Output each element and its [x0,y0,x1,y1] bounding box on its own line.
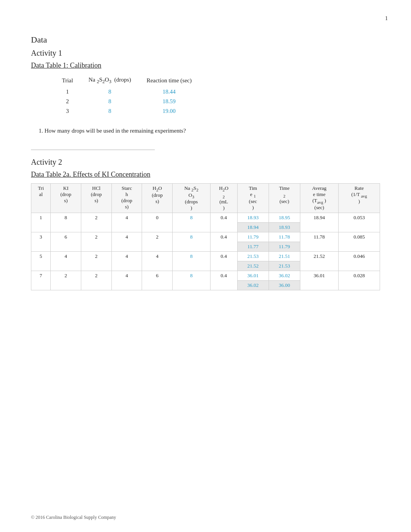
cell-h2o: 4 [142,252,173,271]
cell-ki: 6 [51,232,81,252]
col-time2: Time2(sec) [269,184,300,213]
cell-ki: 2 [51,271,81,290]
cell-hcl: 2 [81,271,111,290]
cell-h2o2: 0.4 [210,252,237,271]
col-trial2: Trial [31,184,51,213]
cell-time1: 21.52 [237,261,269,271]
table-row: 7 2 2 4 6 8 0.4 36.01 36.02 36.01 0.028 [31,271,380,281]
cell-hcl: 2 [81,232,111,252]
page-number: 1 [385,15,388,22]
question1: 1. How many drops will be used in the re… [39,128,380,134]
cell-hcl: 2 [81,213,111,232]
cell-time2: 11.79 [269,242,300,252]
data-heading: Data [31,35,380,45]
cell-time: 19.00 [139,106,200,116]
cell-time1: 36.01 [237,271,269,281]
table-row: 1 8 2 4 0 8 0.4 18.93 18.95 18.94 0.053 [31,213,380,223]
cell-tavg: 21.52 [300,252,338,271]
col-time1: Time 1(sec) [237,184,269,213]
col-ki: KI(drops) [51,184,81,213]
cell-tavg: 36.01 [300,271,338,290]
cell-trial: 3 [54,106,81,116]
cell-h2o: 2 [142,232,173,252]
cell-h2o2: 0.4 [210,271,237,290]
cell-time2: 21.51 [269,252,300,261]
cell-h2o: 0 [142,213,173,232]
cell-starch: 4 [111,271,142,290]
cell-time2: 18.95 [269,213,300,223]
activity1-heading: Activity 1 [31,49,380,58]
col-na2s2o3-2: Na 2S2O3(drops) [173,184,210,213]
cell-na2s2o3: 8 [173,232,210,252]
cell-rate: 0.085 [339,232,380,252]
cell-time2: 36.02 [269,271,300,281]
cell-starch: 4 [111,232,142,252]
cell-drops: 8 [81,87,139,97]
cell-trial: 5 [31,252,51,271]
activity2-table: Trial KI(drops) HCl(drops) Starch(drops)… [31,183,380,290]
col-h2o2: H2O2(mL) [210,184,237,213]
cell-tavg: 18.94 [300,213,338,232]
cell-hcl: 2 [81,252,111,271]
cell-time: 18.59 [139,97,200,106]
cell-rate: 0.028 [339,271,380,290]
table-row: 3 8 19.00 [54,106,199,116]
col-starch: Starch(drops) [111,184,142,213]
cell-trial: 2 [54,97,81,106]
cell-time2: 11.78 [269,232,300,242]
footer: © 2016 Carolina Biological Supply Compan… [31,515,116,520]
cell-na2s2o3: 8 [173,271,210,290]
col-h2o: H2O(drops) [142,184,173,213]
cell-trial: 1 [31,213,51,232]
activity2-heading: Activity 2 [31,158,380,167]
cell-time1: 18.94 [237,223,269,232]
cell-na2s2o3: 8 [173,213,210,232]
cell-trial: 7 [31,271,51,290]
cell-starch: 4 [111,252,142,271]
cell-tavg: 11.78 [300,232,338,252]
cell-ki: 8 [51,213,81,232]
cell-trial: 3 [31,232,51,252]
cell-h2o2: 0.4 [210,213,237,232]
col-reaction-time: Reaction time (sec) [139,74,200,87]
cell-time1: 11.79 [237,232,269,242]
cell-rate: 0.053 [339,213,380,232]
col-tavg: Average time(Tavg )(sec) [300,184,338,213]
col-rate: Rate(1/T avg) [339,184,380,213]
cell-ki: 4 [51,252,81,271]
cell-na2s2o3: 8 [173,252,210,271]
col-trial: Trial [54,74,81,87]
cell-rate: 0.046 [339,252,380,271]
table-row: 5 4 2 4 4 8 0.4 21.53 21.51 21.52 0.046 [31,252,380,261]
cell-time1: 36.02 [237,281,269,290]
cell-time1: 21.53 [237,252,269,261]
col-na2s2o3: Na 2S2O3 (drops) [81,74,139,87]
col-hcl: HCl(drops) [81,184,111,213]
cell-drops: 8 [81,106,139,116]
table-row: 3 6 2 4 2 8 0.4 11.79 11.78 11.78 0.085 [31,232,380,242]
cell-time2: 21.53 [269,261,300,271]
cell-time1: 18.93 [237,213,269,223]
calibration-table: Trial Na 2S2O3 (drops) Reaction time (se… [54,74,199,116]
cell-drops: 8 [81,97,139,106]
table1-title: Data Table 1: Calibration [31,61,380,70]
cell-time2: 18.93 [269,223,300,232]
cell-h2o: 6 [142,271,173,290]
divider [31,150,155,150]
cell-time2: 36.00 [269,281,300,290]
cell-time1: 11.77 [237,242,269,252]
cell-starch: 4 [111,213,142,232]
table2a-title: Data Table 2a. Effects of KI Concentrati… [31,171,380,179]
cell-trial: 1 [54,87,81,97]
table-row: 2 8 18.59 [54,97,199,106]
table-row: 1 8 18.44 [54,87,199,97]
cell-h2o2: 0.4 [210,232,237,252]
cell-time: 18.44 [139,87,200,97]
